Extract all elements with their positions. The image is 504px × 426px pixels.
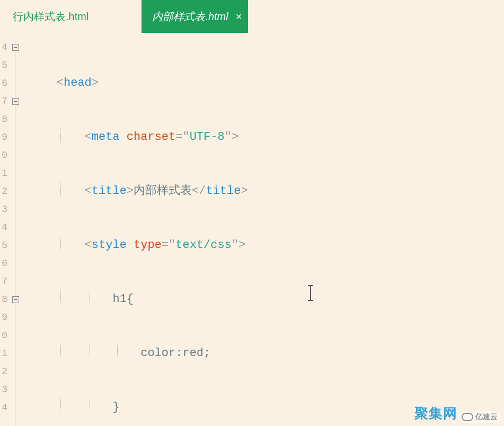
- line-number: 6: [0, 74, 7, 92]
- code-line: color:red;: [29, 344, 450, 362]
- line-number: 0: [0, 146, 7, 164]
- watermark-yisu: 亿速云: [458, 411, 501, 423]
- line-number: 1: [0, 164, 7, 182]
- tab-label: 行内样式表.html: [13, 10, 89, 24]
- line-number: 4: [0, 218, 7, 236]
- line-number: 9: [0, 308, 7, 326]
- code-line: <meta charset="UTF-8">: [29, 128, 450, 146]
- code-line: <style type="text/css">: [29, 236, 450, 254]
- line-number: 7: [0, 272, 7, 290]
- line-number: 2: [0, 182, 7, 200]
- line-number: 3: [0, 200, 7, 218]
- tab-bar: 行内样式表.html 内部样式表.html ×: [0, 0, 504, 33]
- tab-inline-style[interactable]: 行内样式表.html: [2, 0, 99, 33]
- code-line: <head>: [29, 74, 450, 92]
- cloud-icon: [462, 413, 473, 421]
- line-number: 2: [0, 362, 7, 380]
- code-area[interactable]: <head> <meta charset="UTF-8"> <title>内部样…: [23, 33, 450, 426]
- line-number: 4: [0, 38, 7, 56]
- tab-internal-style[interactable]: 内部样式表.html ×: [142, 0, 248, 33]
- fold-toggle-icon[interactable]: −: [12, 98, 19, 105]
- code-line: h1{: [29, 290, 450, 308]
- tab-label: 内部样式表.html: [152, 10, 228, 24]
- line-number: 8: [0, 290, 7, 308]
- line-number: 5: [0, 236, 7, 254]
- fold-toggle-icon[interactable]: −: [12, 44, 19, 51]
- line-number: 8: [0, 110, 7, 128]
- line-number: 1: [0, 344, 7, 362]
- line-number: 4: [0, 398, 7, 416]
- line-number-gutter: 4 5 6 7 8 9 0 1 2 3 4 5 6 7 8 9 0 1 2 3 …: [0, 33, 7, 426]
- line-number: 7: [0, 92, 7, 110]
- code-line: }: [29, 398, 450, 416]
- close-icon[interactable]: ×: [236, 11, 242, 23]
- fold-toggle-icon[interactable]: −: [12, 296, 19, 303]
- watermark-label: 亿速云: [475, 412, 498, 422]
- code-line: <title>内部样式表</title>: [29, 182, 450, 200]
- fold-gutter: − − −: [7, 33, 23, 426]
- editor: 4 5 6 7 8 9 0 1 2 3 4 5 6 7 8 9 0 1 2 3 …: [0, 33, 504, 426]
- line-number: 5: [0, 56, 7, 74]
- line-number: 6: [0, 254, 7, 272]
- text-cursor-icon: [310, 286, 311, 300]
- watermark-jujiwang: 聚集网: [414, 404, 457, 423]
- line-number: 9: [0, 128, 7, 146]
- line-number: 3: [0, 380, 7, 398]
- line-number: 0: [0, 326, 7, 344]
